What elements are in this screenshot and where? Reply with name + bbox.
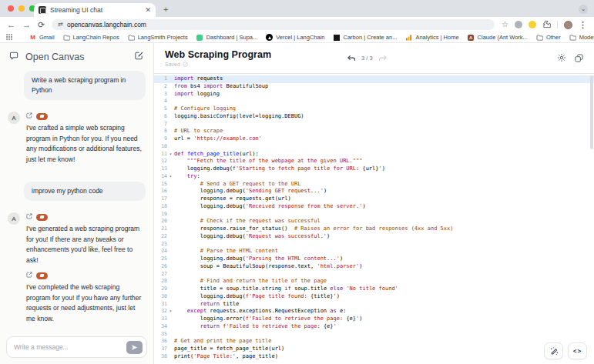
- settings-gear-icon[interactable]: [557, 52, 566, 65]
- message-composer: [6, 336, 147, 358]
- langsmith-badge[interactable]: [36, 113, 48, 120]
- reload-button[interactable]: ⟳: [38, 21, 45, 29]
- code-line: 14▾ try:: [154, 173, 594, 181]
- fold-gutter: [167, 316, 174, 323]
- code-text: logging.debug(f'Page title found: {title…: [174, 293, 594, 301]
- sidebar-header: Open Canvas: [0, 46, 153, 68]
- fold-gutter: [167, 218, 174, 225]
- redo-icon[interactable]: [378, 52, 388, 65]
- browser-tab[interactable]: Streaming UI chat ✕: [34, 3, 156, 17]
- code-text: [174, 241, 594, 249]
- code-text: # Send a GET request to the URL: [174, 181, 594, 189]
- message-input[interactable]: [14, 343, 126, 351]
- save-status: Saved: [165, 62, 271, 67]
- code-text: """Fetch the title of the webpage at the…: [174, 158, 594, 165]
- code-line: 12 """Fetch the title of the webpage at …: [154, 158, 594, 165]
- browser-window: Streaming UI chat ✕ + ⌄ ← → ⟳ ⇄ opencanv…: [0, 0, 594, 364]
- code-text: logging.debug('Request was successful.'): [174, 233, 594, 241]
- line-number: 12: [154, 158, 167, 165]
- external-link-icon[interactable]: [26, 112, 32, 120]
- apps-grid-icon[interactable]: [6, 34, 12, 42]
- bookmark-item[interactable]: Dashboard | Supa...: [196, 34, 258, 41]
- site-info-icon[interactable]: ⇄: [58, 22, 63, 28]
- supabase-icon: [196, 34, 203, 41]
- fold-gutter: [167, 181, 174, 189]
- fold-gutter: [167, 278, 174, 286]
- code-line: 17 response = requests.get(url): [154, 195, 594, 203]
- external-link-icon[interactable]: [26, 272, 32, 279]
- quick-actions: <>: [544, 342, 587, 359]
- fold-chevron-icon[interactable]: ▾: [167, 308, 174, 316]
- chat-sidebar: Open Canvas Write a web scraping program…: [0, 43, 154, 364]
- close-tab-icon[interactable]: ✕: [145, 7, 151, 14]
- line-number: 30: [154, 293, 167, 301]
- minimize-window-button[interactable]: [18, 5, 25, 12]
- forward-button[interactable]: →: [22, 21, 31, 29]
- bookmark-item[interactable]: Models: [569, 34, 594, 41]
- line-number: 19: [154, 211, 167, 219]
- bookmark-item[interactable]: Vercel | LangChain: [266, 34, 324, 41]
- back-button[interactable]: ←: [7, 21, 15, 29]
- assistant-message-meta: [26, 213, 146, 221]
- new-chat-compose-icon[interactable]: [134, 50, 144, 64]
- version-history: 3 / 3: [347, 43, 388, 73]
- line-number: 9: [154, 135, 167, 143]
- close-window-button[interactable]: [8, 5, 14, 12]
- fold-gutter: [167, 353, 174, 361]
- code-text: soup = BeautifulSoup(response.text, 'htm…: [174, 263, 594, 271]
- bookmark-item[interactable]: LangSmith Projects: [128, 34, 188, 41]
- bookmark-item[interactable]: Other: [536, 34, 561, 41]
- code-line: 3import logging: [154, 91, 594, 99]
- code-line: 7: [154, 121, 594, 129]
- fold-chevron-icon[interactable]: ▾: [167, 173, 174, 181]
- editor-scrollbar[interactable]: [590, 75, 593, 362]
- line-number: 35: [154, 331, 167, 339]
- line-number: 31: [154, 301, 167, 309]
- bookmark-star-icon[interactable]: ☆: [502, 21, 508, 28]
- line-number: 7: [154, 121, 167, 129]
- magic-edit-button[interactable]: [544, 342, 563, 359]
- open-canvas-app: Open Canvas Write a web scraping program…: [0, 43, 594, 364]
- copy-code-icon[interactable]: [575, 52, 583, 65]
- code-line: 33 logging.error(f'Failed to retrieve th…: [154, 316, 594, 323]
- line-number: 6: [154, 113, 167, 121]
- fold-gutter: [167, 195, 174, 203]
- saved-check-icon: [183, 62, 188, 67]
- bookmark-item[interactable]: Carbon | Create an...: [334, 34, 398, 41]
- code-text: # Find and return the title of the page: [174, 278, 594, 286]
- fold-chevron-icon[interactable]: ▾: [167, 151, 174, 159]
- extension-icon-yellow[interactable]: [529, 21, 536, 28]
- bookmark-item[interactable]: Analytics | Home: [405, 34, 458, 41]
- langsmith-badge[interactable]: [36, 272, 48, 279]
- extensions-puzzle-icon[interactable]: [542, 18, 551, 32]
- profile-avatar[interactable]: [564, 21, 572, 29]
- code-line: 19: [154, 211, 594, 219]
- bookmark-item[interactable]: MGmail: [29, 34, 55, 41]
- scrollbar-thumb[interactable]: [590, 75, 593, 149]
- external-link-icon[interactable]: [26, 213, 32, 221]
- fold-gutter: [167, 241, 174, 249]
- extension-icon-gray[interactable]: [515, 21, 522, 28]
- address-bar[interactable]: ⇄ opencanvas.langchain.com: [52, 19, 495, 30]
- send-button[interactable]: [126, 341, 143, 354]
- bookmarks-bar: MGmailLangChain ReposLangSmith ProjectsD…: [0, 32, 594, 43]
- code-line: 30 logging.debug(f'Page title found: {ti…: [154, 293, 594, 301]
- tab-search-chevron-icon[interactable]: ⌄: [579, 5, 588, 14]
- vercel-icon: [266, 34, 273, 41]
- fold-gutter: [167, 158, 174, 165]
- bookmark-label: Vercel | LangChain: [276, 34, 324, 41]
- toggle-code-view-button[interactable]: <>: [568, 342, 587, 359]
- fold-gutter: [167, 286, 174, 293]
- browser-menu-icon[interactable]: ⋮: [579, 21, 587, 29]
- line-number: 10: [154, 143, 167, 151]
- code-editor[interactable]: 1import requests2from bs4 import Beautif…: [154, 74, 594, 364]
- bookmark-item[interactable]: LangChain Repos: [63, 34, 119, 41]
- bookmark-item[interactable]: AClaude (Ant Work...: [468, 34, 528, 41]
- fold-gutter: [167, 293, 174, 301]
- line-number: 23: [154, 241, 167, 249]
- code-text: logging.basicConfig(level=logging.DEBUG): [174, 113, 594, 121]
- undo-icon[interactable]: [347, 52, 356, 65]
- new-tab-button[interactable]: +: [163, 5, 168, 14]
- langsmith-badge[interactable]: [36, 214, 48, 221]
- artifact-title[interactable]: Web Scraping Program: [165, 49, 271, 60]
